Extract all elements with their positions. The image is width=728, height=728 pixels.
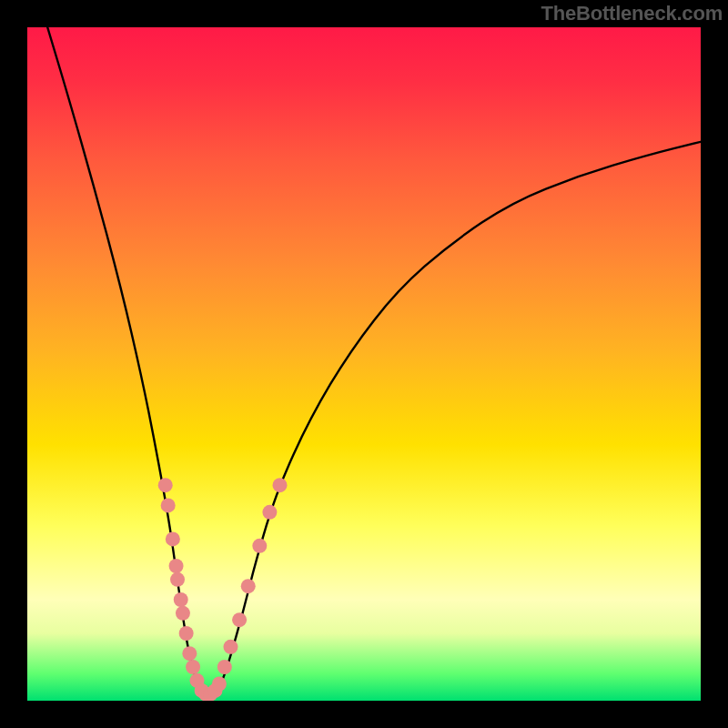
data-dot xyxy=(232,612,247,627)
data-dot xyxy=(170,572,185,587)
bottleneck-curve xyxy=(47,27,701,699)
data-dot xyxy=(273,478,288,492)
data-dot xyxy=(174,592,188,607)
frame: TheBottleneck.com xyxy=(0,0,728,728)
data-dot xyxy=(182,646,197,661)
data-dot xyxy=(212,677,227,692)
data-dot xyxy=(217,660,232,674)
data-dot xyxy=(186,660,200,674)
data-dot xyxy=(252,539,267,553)
data-dot xyxy=(262,505,277,520)
data-dot xyxy=(169,559,184,573)
data-dot xyxy=(179,626,194,641)
chart-svg xyxy=(27,27,701,701)
data-dot xyxy=(166,531,180,546)
data-dot xyxy=(161,498,176,512)
data-dot xyxy=(176,606,190,621)
watermark: TheBottleneck.com xyxy=(541,2,723,25)
data-dot xyxy=(223,640,238,654)
data-dot xyxy=(158,478,173,492)
data-dot xyxy=(241,579,256,593)
data-dots xyxy=(158,478,288,701)
